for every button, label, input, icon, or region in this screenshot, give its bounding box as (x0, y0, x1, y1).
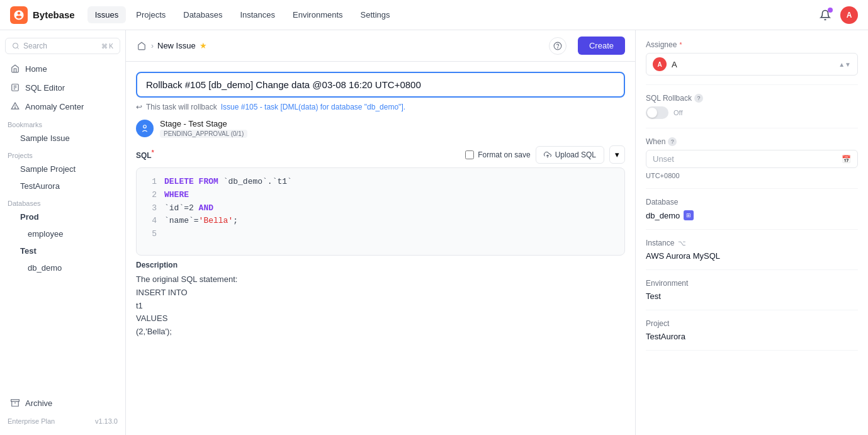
top-navigation: Bytebase Issues Projects Databases Insta… (0, 0, 868, 30)
right-panel: Assignee * A A ▲▼ SQL Rollback ? (635, 30, 868, 435)
when-field: When ? Unset 📅 UTC+0800 (646, 128, 858, 189)
utc-label: UTC+0800 (646, 172, 858, 179)
instance-label: Instance ⌥ (646, 239, 858, 247)
sidebar-item-archive[interactable]: Archive (3, 394, 123, 412)
nav-item-issues[interactable]: Issues (87, 6, 127, 23)
sidebar-db-test[interactable]: Test (3, 243, 123, 259)
format-on-save-checkbox[interactable] (465, 150, 474, 159)
home-breadcrumb-button[interactable] (136, 40, 147, 52)
user-avatar[interactable]: A (840, 6, 858, 24)
logo-text: Bytebase (33, 9, 75, 20)
sql-editor[interactable]: 1 DELETE FROM `db_demo`.`t1` 2 WHERE 3 `… (136, 167, 625, 256)
description-label: Description (136, 261, 625, 269)
databases-section-label: Databases (0, 195, 125, 208)
breadcrumb-separator: › (151, 42, 154, 50)
project-field: Project TestAurora (646, 310, 858, 351)
notification-dot (828, 8, 833, 13)
nav-item-databases[interactable]: Databases (176, 6, 230, 23)
sidebar: Search ⌘ K Home SQL Editor Anomaly Cente… (0, 30, 126, 435)
when-label: When ? (646, 137, 858, 146)
rollback-link[interactable]: Issue #105 - task [DML(data) for databas… (221, 103, 405, 111)
sidebar-item-sql-editor[interactable]: SQL Editor (3, 79, 123, 96)
sidebar-item-sql-label: SQL Editor (25, 83, 65, 93)
app-logo: Bytebase (10, 6, 75, 24)
sql-line-1: 1 DELETE FROM `db_demo`.`t1` (147, 176, 614, 189)
stage-badge: PENDING_APPROVAL (0/1) (160, 130, 247, 138)
toggle-thumb (647, 108, 657, 118)
breadcrumb-current-page: New Issue (157, 41, 196, 50)
anomaly-icon (10, 101, 20, 111)
description-section: Description The original SQL statement: … (136, 261, 625, 339)
sidebar-item-anomaly-label: Anomaly Center (25, 102, 84, 111)
database-label: Database (646, 198, 858, 206)
sidebar-db-employee[interactable]: employee (3, 226, 123, 242)
sidebar-item-home[interactable]: Home (3, 60, 123, 77)
breadcrumb: › New Issue ★ Create (126, 30, 635, 62)
sidebar-archive-label: Archive (25, 398, 52, 408)
search-input[interactable]: Search ⌘ K (5, 38, 120, 54)
when-date-input[interactable]: Unset 📅 (646, 150, 858, 168)
assignee-select[interactable]: A A ▲▼ (646, 53, 858, 76)
project-value: TestAurora (646, 332, 858, 341)
database-icon: ⊞ (684, 210, 694, 220)
sidebar-item-anomaly-center[interactable]: Anomaly Center (3, 98, 123, 115)
assignee-field-label: Assignee * (646, 40, 858, 49)
svg-point-3 (14, 108, 15, 108)
star-button[interactable]: ★ (200, 41, 207, 50)
rollback-notice: ↩ This task will rollback Issue #105 - t… (136, 103, 625, 111)
assignee-row: Stage - Test Stage PENDING_APPROVAL (0/1… (136, 119, 625, 138)
instance-icon: ⌥ (678, 239, 686, 247)
svg-rect-4 (11, 400, 20, 402)
project-label: Project (646, 319, 858, 328)
when-placeholder: Unset (653, 154, 837, 164)
sidebar-project-sample[interactable]: Sample Project (3, 161, 123, 177)
when-help-icon[interactable]: ? (668, 137, 677, 146)
nav-item-settings[interactable]: Settings (353, 6, 398, 23)
create-button[interactable]: Create (578, 37, 625, 55)
database-field: Database db_demo ⊞ (646, 189, 858, 230)
assignee-select-name: A (672, 60, 833, 69)
assignee-field: Assignee * A A ▲▼ (646, 40, 858, 85)
archive-icon (10, 398, 20, 408)
help-button[interactable] (549, 37, 566, 55)
nav-item-instances[interactable]: Instances (232, 6, 283, 23)
database-value: db_demo ⊞ (646, 210, 858, 220)
sql-rollback-toggle[interactable] (646, 106, 668, 119)
sql-line-2: 2 WHERE (147, 189, 614, 202)
instance-field: Instance ⌥ AWS Aurora MySQL (646, 230, 858, 270)
format-on-save-label: Format on save (478, 150, 530, 159)
sql-rollback-label: SQL Rollback ? (646, 94, 858, 103)
issue-form: ↩ This task will rollback Issue #105 - t… (126, 62, 635, 435)
environment-field: Environment Test (646, 270, 858, 310)
nav-item-projects[interactable]: Projects (128, 6, 173, 23)
search-placeholder: Search (23, 42, 47, 50)
sql-rollback-field: SQL Rollback ? Off (646, 85, 858, 128)
sql-line-4: 4 `name`='Bella'; (147, 215, 614, 228)
sql-line-5: 5 (147, 228, 614, 241)
sql-area: SQL* Format on save Upload SQL ▾ (136, 145, 625, 339)
sql-rollback-toggle-row: Off (646, 106, 858, 119)
sql-editor-icon (10, 82, 20, 93)
stage-name: Stage - Test Stage (160, 119, 247, 128)
environment-value: Test (646, 291, 858, 301)
rollback-icon: ↩ (136, 103, 142, 111)
sidebar-bookmark-sample-issue[interactable]: Sample Issue (3, 130, 123, 146)
sql-label: SQL* (136, 149, 154, 160)
issue-title-input[interactable] (136, 72, 625, 98)
svg-point-0 (13, 43, 18, 48)
sql-rollback-help-icon[interactable]: ? (694, 94, 703, 103)
assignee-info: Stage - Test Stage PENDING_APPROVAL (0/1… (160, 119, 247, 138)
sidebar-db-prod[interactable]: Prod (3, 209, 123, 225)
nav-item-environments[interactable]: Environments (285, 6, 350, 23)
upload-sql-button[interactable]: Upload SQL (536, 146, 604, 164)
sql-rollback-off-label: Off (674, 109, 682, 116)
sidebar-plan-info: Enterprise Plan v1.13.0 (0, 412, 125, 430)
environment-label: Environment (646, 279, 858, 288)
bookmarks-section-label: Bookmarks (0, 116, 125, 130)
stage-avatar (136, 120, 154, 137)
upload-dropdown-button[interactable]: ▾ (609, 145, 625, 164)
search-shortcut: ⌘ K (101, 43, 113, 50)
sidebar-db-demo[interactable]: db_demo (3, 260, 123, 276)
sidebar-project-testaurora[interactable]: TestAurora (3, 178, 123, 194)
notifications-button[interactable] (815, 5, 835, 25)
